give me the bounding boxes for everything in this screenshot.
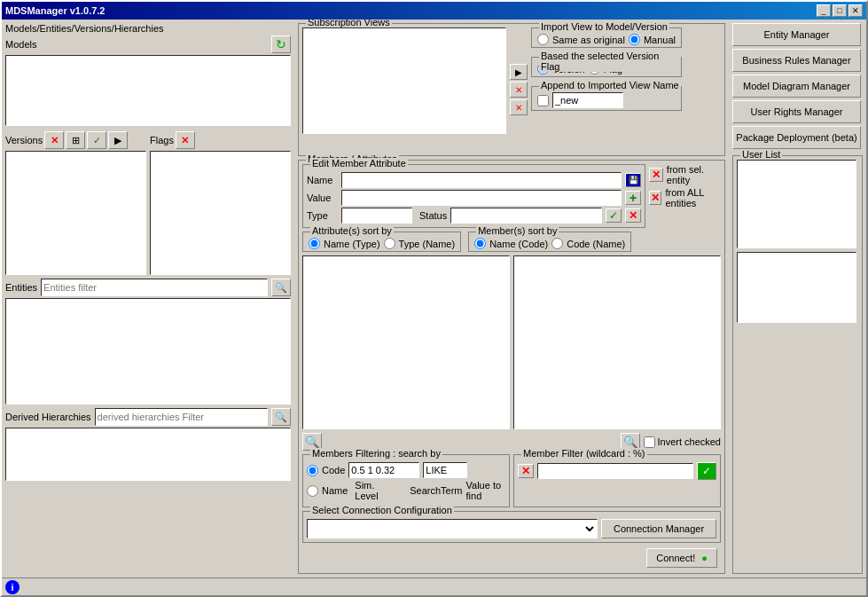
- value-input[interactable]: [341, 190, 622, 206]
- entities-search-icon: 🔍: [275, 282, 287, 294]
- connection-manager-button[interactable]: Connection Manager: [601, 519, 716, 538]
- attr-sort-legend: Attribute(s) sort by: [310, 225, 394, 236]
- maximize-button[interactable]: □: [833, 4, 847, 17]
- entities-search-button[interactable]: 🔍: [271, 279, 291, 296]
- filter-name-radio[interactable]: [307, 485, 318, 497]
- value-field-row: Value +: [307, 190, 641, 206]
- delete-all-row: ✕ from ALL entities: [649, 187, 721, 208]
- manual-label: Manual: [644, 35, 676, 45]
- status-input[interactable]: [450, 208, 602, 224]
- based-legend: Based the selected Version Flag: [539, 51, 681, 72]
- filter-like-input[interactable]: [423, 462, 467, 478]
- model-diagram-button[interactable]: Model Diagram Manager: [732, 75, 861, 98]
- subscription-listbox[interactable]: [302, 27, 506, 134]
- append-group: Append to Imported View Name: [531, 86, 682, 111]
- versions-check-button[interactable]: ✓: [87, 131, 106, 149]
- close-button[interactable]: ✕: [848, 4, 863, 17]
- connection-select[interactable]: [307, 519, 598, 538]
- models-header: Models/Entities/Versions/Hierarchies: [5, 23, 291, 34]
- sub-arrow-right-button[interactable]: ▶: [510, 64, 528, 80]
- package-deployment-button[interactable]: Package Deployment (beta): [732, 126, 861, 149]
- entities-listbox[interactable]: [5, 298, 291, 405]
- flags-toolbar: Flags ✕: [150, 131, 291, 149]
- member-code-name-radio[interactable]: [551, 238, 563, 249]
- derived-search-button[interactable]: 🔍: [271, 408, 291, 426]
- connection-row: Connection Manager: [307, 519, 716, 538]
- append-input[interactable]: [552, 92, 623, 108]
- name-save-button[interactable]: 💾: [625, 173, 641, 187]
- user-listbox2[interactable]: [737, 252, 856, 323]
- business-rules-button[interactable]: Business Rules Manager: [732, 49, 861, 72]
- filter-row-container: Members Filtering : search by Code Name …: [302, 454, 721, 507]
- value-add-button[interactable]: +: [625, 191, 641, 205]
- versions-x-icon: ✕: [51, 135, 59, 146]
- status-confirm-button[interactable]: ✓: [606, 208, 622, 223]
- plus-icon: +: [629, 191, 637, 205]
- invert-checkbox[interactable]: [644, 436, 655, 448]
- attr-name-type-radio[interactable]: [309, 238, 320, 249]
- derived-listbox[interactable]: [5, 428, 291, 481]
- invert-check-group: Invert checked: [644, 436, 721, 448]
- members-listbox[interactable]: [513, 255, 721, 429]
- attr-type-name-radio[interactable]: [384, 238, 395, 249]
- member-name-code-label: Name (Code): [489, 239, 548, 249]
- models-section: Models/Entities/Versions/Hierarchies Mod…: [5, 23, 291, 126]
- derived-filter-input[interactable]: [95, 408, 268, 426]
- flags-listbox[interactable]: [150, 151, 291, 275]
- entities-filter-row: Entities 🔍: [5, 279, 291, 296]
- minimize-button[interactable]: _: [817, 4, 831, 17]
- flags-label: Flags: [150, 135, 174, 145]
- member-name-code-radio[interactable]: [474, 238, 486, 249]
- attributes-listbox[interactable]: [302, 255, 510, 429]
- delete-sel-button[interactable]: ✕: [649, 168, 663, 182]
- sub-red-x2-button[interactable]: ✕: [510, 99, 528, 115]
- value-label: Value: [307, 192, 338, 203]
- same-as-original-label: Same as original: [552, 35, 625, 45]
- flags-x-icon: ✕: [181, 135, 189, 146]
- name-input[interactable]: [341, 172, 622, 188]
- member-filter-clear-button[interactable]: ✕: [518, 464, 534, 478]
- edit-member-legend: Edit Member Attribute: [310, 158, 408, 169]
- append-checkbox[interactable]: [537, 95, 549, 106]
- subscription-legend: Subscription Views: [306, 20, 392, 27]
- connect-green-icon: ●: [701, 553, 708, 563]
- versions-tree-button[interactable]: ⊞: [66, 131, 85, 149]
- filter-code-input[interactable]: [348, 462, 419, 478]
- attr-type-name-label: Type (Name): [399, 239, 456, 249]
- versions-arrow-button[interactable]: ▶: [108, 131, 128, 149]
- member-filter-confirm-button[interactable]: ✓: [697, 462, 716, 480]
- type-label: Type: [307, 210, 338, 221]
- sub-red-x-button[interactable]: ✕: [510, 82, 528, 98]
- status-cancel-button[interactable]: ✕: [625, 208, 641, 223]
- connect-button[interactable]: Connect! ●: [646, 548, 717, 568]
- versions-remove-button[interactable]: ✕: [44, 131, 64, 149]
- type-input[interactable]: [341, 208, 412, 224]
- user-rights-button[interactable]: User Rights Manager: [732, 100, 861, 123]
- delete-all-button[interactable]: ✕: [649, 191, 661, 205]
- name-label: Name: [307, 175, 338, 185]
- manual-radio[interactable]: [629, 34, 640, 45]
- derived-section: Derived Hierarchies 🔍: [5, 408, 291, 574]
- member-filter-row: ✕ ✓: [518, 462, 716, 480]
- entities-filter-input[interactable]: [41, 279, 268, 296]
- models-refresh-button[interactable]: ↻: [271, 35, 291, 53]
- invert-label: Invert checked: [657, 436, 721, 447]
- subscription-views-section: Subscription Views ▶ ✕ ✕: [298, 23, 725, 156]
- versions-listbox[interactable]: [5, 151, 146, 275]
- member-filter-input[interactable]: [537, 463, 693, 479]
- delete-sel-icon: ✕: [652, 169, 661, 181]
- window-title: MDSManager v1.0.7.2: [5, 5, 106, 16]
- import-section: Import View to Model/Version Same as ori…: [531, 27, 682, 152]
- cancel-x-icon: ✕: [629, 209, 637, 222]
- flags-remove-button[interactable]: ✕: [176, 131, 195, 149]
- filter-code-radio[interactable]: [307, 465, 318, 476]
- models-label: Models: [5, 39, 36, 50]
- entity-manager-button[interactable]: Entity Manager: [732, 23, 861, 46]
- entities-section: Entities 🔍: [5, 279, 291, 405]
- delete-sel-row: ✕ from sel. entity: [649, 164, 721, 185]
- models-listbox[interactable]: [5, 55, 291, 126]
- same-as-original-radio[interactable]: [537, 34, 549, 45]
- user-listbox[interactable]: [737, 160, 856, 248]
- attr-name-type-label: Name (Type): [324, 239, 380, 249]
- confirm-check-icon: ✓: [609, 209, 618, 222]
